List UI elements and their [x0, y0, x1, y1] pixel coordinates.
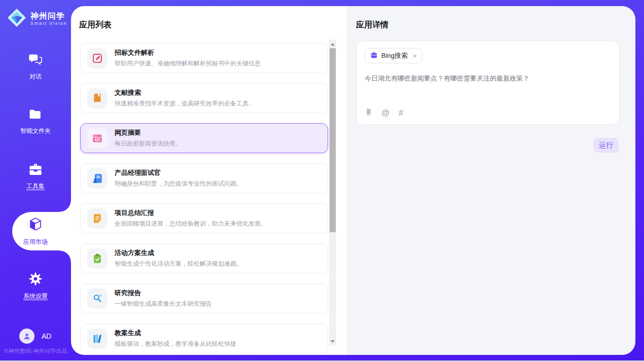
sidebar: 神州问学 Smart Vision 对话	[0, 0, 71, 360]
prompt-card: Bing搜索 × 今日湖北有哪些新闻要点？有哪些需要关注的最新政策？ @ #	[356, 41, 620, 125]
query-input[interactable]: 今日湖北有哪些新闻要点？有哪些需要关注的最新政策？	[365, 74, 611, 84]
chat-icon	[28, 53, 43, 68]
app-window: 神州问学 Smart Vision 对话	[0, 0, 644, 362]
app-name: 网页摘要	[115, 128, 182, 137]
diamond-logo-icon	[7, 8, 27, 30]
app-card-lesson-plan[interactable]: 教案生成 模板驱动，教案秒成，教学准备从此轻松快捷	[80, 323, 328, 353]
attachment-toolbar: @ #	[365, 107, 403, 118]
mention-icon[interactable]: @	[381, 109, 389, 117]
sidebar-item-label: 对话	[29, 73, 42, 81]
app-name: 产品经理面试官	[115, 168, 242, 177]
app-desc: 每日政府新闻资讯快查。	[115, 139, 182, 148]
briefcase-icon	[370, 51, 378, 60]
sidebar-item-label: 系统设置	[23, 292, 48, 301]
folder-icon	[28, 108, 43, 122]
app-desc: 全面回顾项目进展，总结经验教训，助力未来优化发展。	[115, 220, 267, 228]
app-card-event-plan[interactable]: 活动方案生成 智能生成个性化活动方案，轻松解决规划难题。	[80, 243, 328, 273]
sidebar-nav: 对话 智能文件夹 工具集	[0, 49, 71, 322]
sidebar-item-chat[interactable]: 对话	[0, 49, 71, 85]
scroll-down-arrow[interactable]	[329, 338, 336, 345]
app-card-pm-interviewer[interactable]: 产品经理面试官 明确身份和职责，为您提供专业性的面试问题。	[80, 163, 328, 193]
sidebar-item-settings[interactable]: 系统设置	[0, 268, 71, 304]
app-list-title: 应用列表	[79, 20, 112, 30]
brand-subtitle: Smart Vision	[30, 21, 67, 26]
app-name: 招标文件解析	[115, 48, 261, 57]
pill-curve-top	[60, 201, 71, 212]
app-desc: 智能生成个性化活动方案，轻松解决规划难题。	[115, 260, 242, 268]
run-button[interactable]: 运行	[593, 138, 619, 153]
app-name: 活动方案生成	[115, 248, 242, 258]
app-name: 教案生成	[115, 329, 236, 338]
person-doc-icon	[87, 168, 108, 189]
app-card-project-summary[interactable]: 项目总结汇报 全面回顾项目进展，总结经验教训，助力未来优化发展。	[80, 203, 328, 233]
content-area: 应用列表 招标文件解析 帮助用户快速、准确地理解和解析招标书中的关键信息	[71, 6, 635, 355]
user-account[interactable]: AD	[19, 329, 51, 344]
sidebar-item-label: 应用市场	[23, 238, 48, 246]
paperclip-icon[interactable]	[365, 107, 372, 118]
sidebar-item-smart-folders[interactable]: 智能文件夹	[0, 103, 71, 140]
pen-square-icon	[87, 48, 108, 68]
app-cards: 招标文件解析 帮助用户快速、准确地理解和解析招标书中的关键信息 文献搜索 快速精…	[80, 43, 328, 355]
sidebar-item-app-market[interactable]: 应用市场	[0, 213, 71, 249]
app-desc: 快速精准查找学术资源，提高研究效率的必备工具。	[115, 99, 255, 108]
app-card-web-summary[interactable]: 网页摘要 每日政府新闻资讯快查。	[80, 123, 328, 153]
books-icon	[87, 329, 108, 349]
app-name: 项目总结汇报	[115, 208, 267, 218]
copyright-text: ©神州数码·神州问学出品	[4, 347, 67, 355]
book-icon	[87, 88, 108, 108]
chip-close-icon[interactable]: ×	[413, 52, 417, 60]
app-name: 研究报告	[115, 288, 212, 298]
user-avatar-icon	[19, 329, 34, 344]
user-initials: AD	[42, 332, 51, 340]
tool-chip-label: Bing搜索	[381, 51, 408, 60]
scroll-up-arrow[interactable]	[329, 41, 336, 48]
list-scrollbar[interactable]	[329, 40, 336, 346]
brand-logo: 神州问学 Smart Vision	[7, 8, 67, 30]
app-desc: 模板驱动，教案秒成，教学准备从此轻松快捷	[115, 340, 236, 348]
app-card-literature-search[interactable]: 文献搜索 快速精准查找学术资源，提高研究效率的必备工具。	[80, 83, 328, 113]
clipboard-check-icon	[87, 248, 108, 269]
app-detail-panel: 应用详情 Bing搜索 × 今日湖北有哪些新闻要点？有哪些需要关注的最新政策？	[346, 6, 635, 355]
app-detail-title: 应用详情	[356, 20, 388, 30]
sidebar-item-toolset[interactable]: 工具集	[0, 158, 71, 195]
sidebar-item-label: 工具集	[26, 182, 45, 191]
pill-curve-bottom	[60, 250, 71, 262]
tool-chip-bing-search[interactable]: Bing搜索 ×	[365, 48, 422, 63]
brand-name: 神州问学	[30, 12, 67, 21]
gear-icon	[28, 272, 43, 287]
magnifier-icon	[87, 288, 108, 309]
cube-icon	[28, 216, 43, 233]
app-desc: 帮助用户快速、准确地理解和解析招标书中的关键信息	[115, 59, 261, 68]
app-desc: 明确身份和职责，为您提供专业性的面试问题。	[115, 179, 242, 188]
hashtag-icon[interactable]: #	[399, 109, 403, 117]
app-card-research-report[interactable]: 研究报告 一键智能生成高质量长文本研究报告	[80, 283, 328, 313]
note-icon	[87, 208, 108, 229]
app-list-panel: 应用列表 招标文件解析 帮助用户快速、准确地理解和解析招标书中的关键信息	[71, 6, 346, 355]
toolbox-icon	[28, 163, 43, 177]
app-card-bid-parse[interactable]: 招标文件解析 帮助用户快速、准确地理解和解析招标书中的关键信息	[80, 43, 328, 73]
app-name: 文献搜索	[115, 88, 255, 97]
app-desc: 一键智能生成高质量长文本研究报告	[115, 300, 212, 308]
browser-code-icon	[87, 128, 108, 149]
scrollbar-thumb[interactable]	[330, 48, 336, 232]
sidebar-item-label: 智能文件夹	[20, 127, 51, 135]
